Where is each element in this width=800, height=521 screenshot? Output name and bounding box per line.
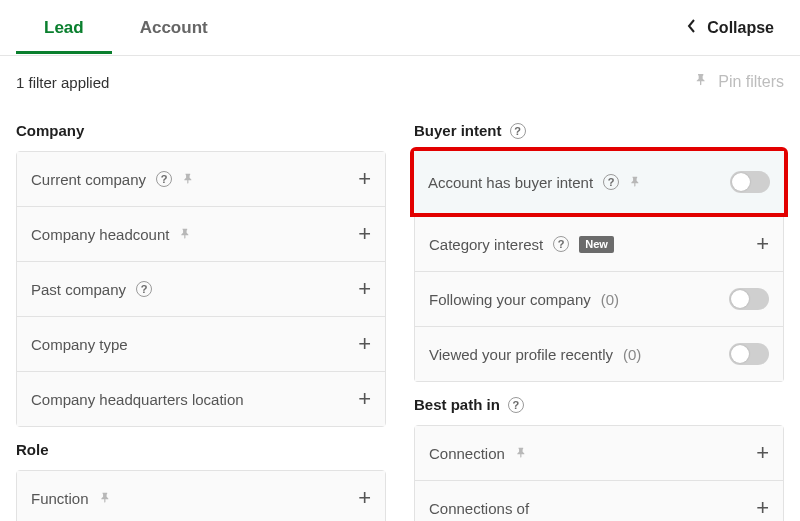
filter-count-suffix: (0) xyxy=(601,291,619,308)
chevron-left-icon xyxy=(687,19,697,37)
help-icon[interactable]: ? xyxy=(136,281,152,297)
section-best-path-title: Best path in ? xyxy=(414,396,784,413)
toggle-switch[interactable] xyxy=(730,171,770,193)
filter-label: Company headcount xyxy=(31,226,169,243)
tab-lead[interactable]: Lead xyxy=(16,2,112,54)
help-icon[interactable]: ? xyxy=(156,171,172,187)
pin-filters-label: Pin filters xyxy=(718,73,784,91)
left-column: Company Current company ? + Company head… xyxy=(16,108,386,521)
expand-icon: + xyxy=(358,487,371,509)
filter-connection[interactable]: Connection + xyxy=(415,426,783,481)
section-title-text: Buyer intent xyxy=(414,122,502,139)
section-role-panel: Function + xyxy=(16,470,386,521)
section-role-title: Role xyxy=(16,441,386,458)
filter-count: 1 filter applied xyxy=(16,74,109,91)
toggle-switch[interactable] xyxy=(729,288,769,310)
pin-icon xyxy=(694,72,710,92)
filter-label: Viewed your profile recently xyxy=(429,346,613,363)
collapse-label: Collapse xyxy=(707,19,774,37)
help-icon[interactable]: ? xyxy=(510,123,526,139)
filter-label: Account has buyer intent xyxy=(428,174,593,191)
right-column: Buyer intent ? Account has buyer intent … xyxy=(414,108,784,521)
section-best-path-panel: Connection + Connections of + xyxy=(414,425,784,521)
filter-viewed-your-profile[interactable]: Viewed your profile recently (0) xyxy=(415,327,783,381)
pin-icon[interactable] xyxy=(182,172,196,186)
expand-icon: + xyxy=(358,168,371,190)
section-company-title: Company xyxy=(16,122,386,139)
expand-icon: + xyxy=(358,333,371,355)
expand-icon: + xyxy=(358,388,371,410)
expand-icon: + xyxy=(358,278,371,300)
filter-category-interest[interactable]: Category interest ? New + xyxy=(415,217,783,272)
expand-icon: + xyxy=(756,497,769,519)
new-badge: New xyxy=(579,236,614,253)
filter-bar: 1 filter applied Pin filters xyxy=(0,56,800,98)
tab-account[interactable]: Account xyxy=(112,2,236,54)
filter-following-your-company[interactable]: Following your company (0) xyxy=(415,272,783,327)
pin-icon[interactable] xyxy=(515,446,529,460)
expand-icon: + xyxy=(756,442,769,464)
filter-company-headcount[interactable]: Company headcount + xyxy=(17,207,385,262)
toggle-switch[interactable] xyxy=(729,343,769,365)
filter-label: Past company xyxy=(31,281,126,298)
pin-icon[interactable] xyxy=(179,227,193,241)
section-title-text: Best path in xyxy=(414,396,500,413)
help-icon[interactable]: ? xyxy=(603,174,619,190)
filter-current-company[interactable]: Current company ? + xyxy=(17,152,385,207)
section-company-panel: Current company ? + Company headcount + … xyxy=(16,151,386,427)
highlighted-filter: Account has buyer intent ? xyxy=(410,147,788,217)
filter-count-suffix: (0) xyxy=(623,346,641,363)
filter-label: Connections of xyxy=(429,500,529,517)
filter-label: Function xyxy=(31,490,89,507)
filter-company-hq-location[interactable]: Company headquarters location + xyxy=(17,372,385,426)
filter-label: Company headquarters location xyxy=(31,391,244,408)
filter-company-type[interactable]: Company type + xyxy=(17,317,385,372)
filter-connections-of[interactable]: Connections of + xyxy=(415,481,783,521)
filter-label: Current company xyxy=(31,171,146,188)
filter-account-has-buyer-intent[interactable]: Account has buyer intent ? xyxy=(414,151,784,213)
pin-filters-button[interactable]: Pin filters xyxy=(694,72,784,92)
pin-icon[interactable] xyxy=(99,491,113,505)
tabs-bar: Lead Account Collapse xyxy=(0,0,800,56)
help-icon[interactable]: ? xyxy=(553,236,569,252)
expand-icon: + xyxy=(358,223,371,245)
section-buyer-intent-title: Buyer intent ? xyxy=(414,122,784,139)
filter-label: Company type xyxy=(31,336,128,353)
section-buyer-intent-panel: Category interest ? New + Following your… xyxy=(414,217,784,382)
filter-label: Connection xyxy=(429,445,505,462)
collapse-button[interactable]: Collapse xyxy=(687,19,784,37)
filter-past-company[interactable]: Past company ? + xyxy=(17,262,385,317)
expand-icon: + xyxy=(756,233,769,255)
filter-label: Following your company xyxy=(429,291,591,308)
help-icon[interactable]: ? xyxy=(508,397,524,413)
filter-label: Category interest xyxy=(429,236,543,253)
filter-function[interactable]: Function + xyxy=(17,471,385,521)
pin-icon[interactable] xyxy=(629,175,643,189)
